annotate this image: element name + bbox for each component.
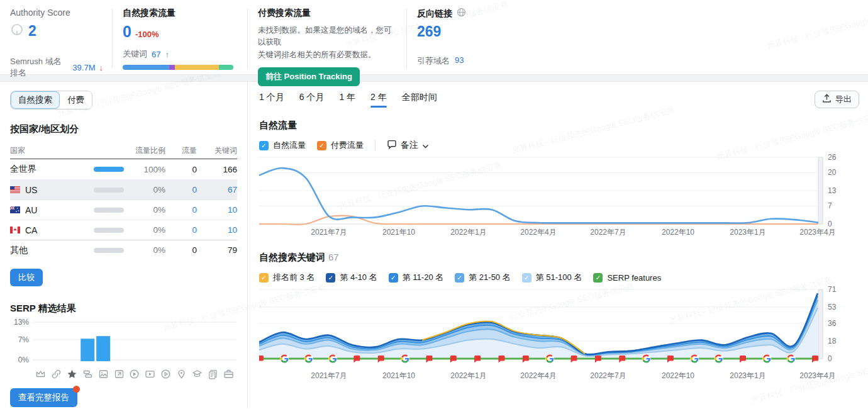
col-country: 国家	[10, 145, 94, 156]
keywords-value[interactable]: 10	[197, 225, 237, 235]
svg-text:2021年7月: 2021年7月	[311, 228, 347, 237]
legend-item-0[interactable]: ✓自然流量	[259, 140, 306, 151]
organic-keywords-chart: 7153361802021年7月2021年102022年1月2022年4月202…	[259, 286, 859, 384]
sitelinks-icon[interactable]	[80, 369, 96, 379]
tab-organic[interactable]: 自然搜索	[11, 91, 60, 109]
range-tab-1[interactable]: 6 个月	[299, 92, 325, 108]
flag-au-icon	[10, 205, 20, 215]
ref-domains-label: 引荐域名	[417, 55, 450, 67]
range-tab-3[interactable]: 2 年	[370, 92, 387, 108]
keywords-chart-legend: ✓排名前 3 名✓第 4-10 名✓第 11-20 名✓第 21-50 名✓第 …	[259, 272, 859, 283]
video-icon[interactable]	[127, 369, 143, 379]
svg-text:2023年4月: 2023年4月	[799, 371, 835, 380]
kw-legend-item-5[interactable]: ✓SERP features	[593, 273, 661, 283]
checkbox-icon: ✓	[593, 273, 603, 283]
svg-text:2022年1月: 2022年1月	[450, 371, 486, 380]
export-label: 导出	[835, 94, 852, 105]
globe-icon	[457, 8, 466, 20]
svg-text:2022年1月: 2022年1月	[450, 228, 486, 237]
svg-text:2022年10: 2022年10	[662, 228, 694, 237]
export-button[interactable]: 导出	[815, 91, 859, 108]
authority-score-label: Authority Score	[10, 8, 103, 18]
note-bubble-icon	[387, 140, 397, 151]
star-icon[interactable]	[64, 369, 80, 379]
checkbox-icon: ✓	[326, 273, 335, 283]
svg-text:26: 26	[828, 154, 837, 162]
range-tab-4[interactable]: 全部时间	[402, 92, 437, 108]
knowledge-icon[interactable]	[189, 369, 205, 379]
backlinks-label: 反向链接	[417, 8, 452, 20]
svg-text:2021年10: 2021年10	[382, 371, 415, 380]
ref-domains-value[interactable]: 93	[455, 55, 464, 67]
video-carousel-icon[interactable]	[158, 369, 174, 379]
svg-text:2023年1月: 2023年1月	[730, 228, 765, 237]
full-report-label: 查看完整报告	[18, 393, 69, 402]
svg-text:0%: 0%	[18, 356, 30, 364]
keywords-chart-count: 67	[328, 252, 339, 262]
checkbox-icon: ✓	[317, 141, 326, 150]
local-pack-icon[interactable]	[174, 369, 189, 379]
checkbox-icon: ✓	[455, 273, 464, 283]
trends-panel: 1 个月6 个月1 年2 年全部时间 导出 自然流量 ✓自然流量✓付费流量备注 …	[248, 82, 868, 408]
table-row-其他[interactable]: 其他0%079	[10, 240, 237, 260]
share-value: 100%	[129, 165, 165, 174]
featured-video-icon[interactable]	[142, 369, 158, 379]
share-value: 0%	[129, 185, 165, 194]
backlinks-value[interactable]: 269	[417, 23, 859, 40]
bar-segment-1	[169, 65, 175, 70]
keywords-value[interactable]: 10	[197, 205, 237, 215]
full-report-button[interactable]: 查看完整报告	[10, 388, 77, 407]
country-name: 全世界	[10, 164, 94, 175]
organic-traffic-value: 0	[123, 23, 131, 41]
trend-down-icon: ↓	[99, 63, 104, 72]
svg-text:20: 20	[828, 168, 837, 177]
table-row-us[interactable]: US0%067	[10, 179, 237, 199]
table-row-ca[interactable]: CA0%010	[10, 220, 237, 240]
traffic-value: 0	[165, 245, 197, 255]
svg-text:18: 18	[828, 337, 837, 345]
kw-legend-item-3[interactable]: ✓第 21-50 名	[455, 272, 510, 283]
bar-segment-0	[123, 65, 169, 70]
share-value: 0%	[129, 245, 165, 255]
image-icon[interactable]	[96, 369, 111, 379]
kw-legend-item-2[interactable]: ✓第 11-20 名	[389, 272, 444, 283]
legend-item-1[interactable]: ✓付费流量	[317, 140, 364, 151]
svg-text:2021年10: 2021年10	[382, 228, 415, 237]
tab-paid[interactable]: 付费	[60, 91, 92, 109]
crown-icon[interactable]	[33, 369, 48, 379]
checkbox-icon: ✓	[259, 141, 269, 150]
country-name: 其他	[10, 245, 94, 256]
svg-text:71: 71	[828, 286, 837, 294]
traffic-value[interactable]: 0	[165, 225, 197, 235]
kw-legend-item-1[interactable]: ✓第 4-10 名	[326, 272, 377, 283]
link-icon[interactable]	[48, 369, 64, 379]
organic-traffic-card: 自然搜索流量 0 -100% 关键词 67 ↑	[113, 6, 247, 74]
news-icon[interactable]	[205, 369, 221, 379]
notes-dropdown[interactable]: 备注	[387, 140, 429, 151]
bar-segment-2	[175, 65, 219, 70]
table-row-au[interactable]: AU0%010	[10, 199, 237, 220]
backlinks-card: 反向链接 269 引荐域名 93	[407, 6, 868, 74]
svg-text:2022年7月: 2022年7月	[590, 371, 626, 380]
range-tab-0[interactable]: 1 个月	[259, 92, 284, 108]
svg-text:13%: 13%	[14, 318, 29, 327]
serp-feature-icons	[33, 369, 236, 379]
image-pack-icon[interactable]	[111, 369, 127, 379]
keywords-value[interactable]: 67	[197, 185, 237, 194]
divider	[375, 140, 376, 151]
traffic-value[interactable]: 0	[165, 185, 197, 194]
table-row-全世界[interactable]: 全世界100%0166	[10, 159, 237, 179]
domain-rank-value[interactable]: 39.7M	[72, 63, 95, 72]
by-country-title: 按国家/地区划分	[10, 123, 237, 135]
keywords-value[interactable]: 67	[152, 50, 160, 59]
bar-segment-3	[219, 65, 233, 70]
flag-us-icon	[10, 185, 20, 195]
kw-legend-item-0[interactable]: ✓排名前 3 名	[259, 272, 314, 283]
kw-legend-item-4[interactable]: ✓第 51-100 名	[522, 272, 582, 283]
traffic-value[interactable]: 0	[165, 205, 197, 215]
keywords-value: 79	[197, 245, 237, 255]
range-tab-2[interactable]: 1 年	[339, 92, 355, 108]
compare-button[interactable]: 比较	[10, 269, 43, 286]
paid-message-line2: 关键词排名相关的所有必要数据。	[258, 50, 376, 59]
jobs-icon[interactable]	[221, 369, 236, 379]
